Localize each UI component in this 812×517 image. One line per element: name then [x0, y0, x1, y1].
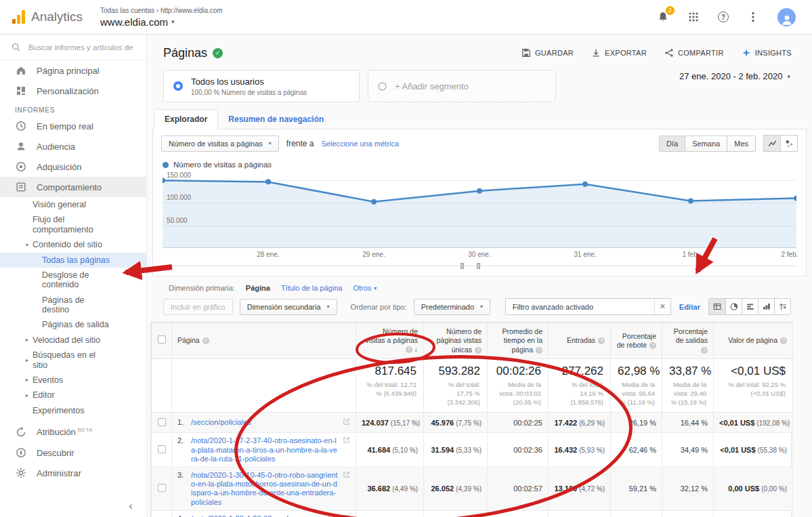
dimension-page[interactable]: Página	[246, 284, 270, 292]
total-unique-pageviews: 593.282	[431, 365, 480, 378]
dimension-page-title[interactable]: Título de la página	[281, 284, 343, 292]
sidebar-collapse-button[interactable]: ‹	[126, 499, 135, 513]
apps-grid-button[interactable]	[687, 11, 700, 23]
row-checkbox[interactable]	[158, 484, 166, 492]
sidebar-item-site-speed[interactable]: ▸Velocidad del sitio	[0, 333, 146, 348]
page-link[interactable]: /nota/2020-1-30-10-45-0-otro-robo-sangri…	[191, 471, 339, 507]
column-header-unique-pageviews[interactable]: Número de páginas vistas únicas?	[424, 323, 488, 359]
sidebar-item-home[interactable]: Página principal	[0, 60, 146, 81]
sidebar-item-exit-pages[interactable]: Páginas de salida	[0, 317, 146, 332]
behavior-icon	[15, 181, 27, 193]
pivot-view-icon	[778, 302, 788, 311]
sidebar-item-landing-pages[interactable]: Páginas de destino	[0, 293, 146, 318]
search-input[interactable]	[28, 43, 135, 51]
sidebar-item-realtime[interactable]: En tiempo real	[0, 116, 146, 136]
sidebar-item-content-drilldown[interactable]: Desglose de contenido	[0, 268, 146, 293]
motion-chart-toggle[interactable]	[780, 135, 798, 152]
select-metric-link[interactable]: Seleccione una métrica	[322, 140, 399, 148]
dimension-others[interactable]: Otros ▾	[353, 284, 377, 292]
scrubber-handle[interactable]	[461, 263, 464, 269]
comparison-view-icon	[762, 302, 771, 311]
tab-resumen-navegacion[interactable]: Resumen de navegación	[218, 110, 334, 129]
data-view-button[interactable]	[709, 299, 725, 314]
sort-type-button[interactable]: Predeterminado ▾	[414, 299, 490, 315]
remove-filter-icon[interactable]: ×	[654, 299, 670, 314]
notifications-button[interactable]: 2	[657, 11, 669, 23]
row-number: 3.	[177, 471, 191, 480]
column-header-page[interactable]: Página?	[172, 323, 356, 359]
sidebar-item-experiments[interactable]: Experimentos	[0, 403, 146, 418]
legend-dot-icon	[163, 162, 169, 168]
sidebar-item-audience[interactable]: Audiencia	[0, 136, 146, 157]
save-button[interactable]: GUARDAR	[521, 48, 574, 58]
pivot-view-button[interactable]	[774, 299, 790, 314]
sidebar-item-site-content[interactable]: ▾Contenido del sitio	[0, 237, 146, 252]
select-all-checkbox[interactable]	[158, 335, 166, 344]
sidebar-item-admin[interactable]: Administrar	[0, 463, 146, 483]
sidebar-item-acquisition[interactable]: Adquisición	[0, 157, 146, 177]
sidebar-item-events[interactable]: ▸Eventos	[0, 373, 146, 388]
external-link-icon[interactable]	[343, 436, 350, 444]
comparison-view-button[interactable]	[758, 299, 774, 314]
more-vert-icon	[747, 11, 759, 23]
granularity-month-button[interactable]: Mes	[727, 136, 756, 152]
table-row: 2. /nota/2020-1-27-2-37-40-otro-asesinat…	[152, 433, 793, 468]
page-link[interactable]: /seccion/policiales	[191, 418, 339, 427]
external-link-icon[interactable]	[343, 471, 350, 478]
line-chart-toggle[interactable]	[763, 135, 781, 152]
secondary-dimension-button[interactable]: Dimensión secundaria ▾	[240, 299, 337, 315]
row-checkbox[interactable]	[158, 445, 166, 453]
date-range-selector[interactable]: 27 ene. 2020 - 2 feb. 2020 ▾	[679, 71, 790, 81]
insights-button[interactable]: INSIGHTS	[742, 48, 792, 58]
total-pageviews: 817.645	[363, 365, 416, 378]
breadcrumb: Todas las cuentas › http://www.eldia.com	[100, 7, 223, 14]
tab-explorador[interactable]: Explorador	[154, 109, 218, 129]
account-switcher[interactable]: Todas las cuentas › http://www.eldia.com…	[100, 7, 223, 28]
metric-selector[interactable]: Número de visitas a páginas ▾	[161, 136, 279, 152]
sidebar-search[interactable]	[0, 35, 146, 60]
share-icon	[664, 48, 674, 58]
sidebar-item-attribution[interactable]: AtribuciónBETA	[0, 422, 146, 442]
column-header-entrances[interactable]: Entradas?	[549, 323, 611, 359]
plot-rows-button[interactable]: Incluir en gráfico	[163, 299, 233, 315]
attribution-icon	[15, 426, 27, 438]
performance-view-button[interactable]	[742, 299, 758, 314]
page-link[interactable]: /nota/2020-1-27-2-37-40-otro-asesinato-e…	[191, 436, 339, 463]
more-options-button[interactable]	[747, 11, 759, 23]
scrubber-handle[interactable]	[477, 263, 480, 269]
page-link[interactable]: /nota/2020-1-28-4-28-32-confeso-que-mato…	[191, 514, 339, 517]
sidebar-item-behavior[interactable]: Comportamiento	[0, 177, 146, 197]
segment-all-users-card[interactable]: Todos los usuarios 100,00 % Número de vi…	[163, 70, 360, 102]
sidebar-item-all-pages[interactable]: Todas las páginas	[0, 253, 146, 268]
sidebar-item-publisher[interactable]: ▸Editor	[0, 388, 146, 402]
main-content: Páginas ✓ GUARDAR EXPORTAR COMPARTIR INS…	[147, 35, 812, 517]
help-button[interactable]: ?	[718, 12, 729, 22]
y-tick: 100.000	[167, 194, 191, 203]
share-button[interactable]: COMPARTIR	[664, 48, 724, 58]
sidebar-item-overview[interactable]: Visión general	[0, 197, 146, 212]
sidebar-item-customization[interactable]: Personalización	[0, 81, 146, 101]
granularity-week-button[interactable]: Semana	[685, 136, 727, 152]
column-header-pageviews[interactable]: Número de visitas a páginas?↓	[356, 323, 424, 359]
advanced-filter-chip[interactable]: Filtro avanzado activado ×	[505, 298, 671, 315]
avatar[interactable]	[777, 8, 796, 26]
column-header-avg-time[interactable]: Promedio de tiempo en la página?	[488, 323, 549, 359]
column-header-exit-rate[interactable]: Porcentaje de salidas?	[662, 323, 714, 359]
percentage-view-button[interactable]	[725, 299, 742, 314]
sidebar-item-behavior-flow[interactable]: Flujo del comportamiento	[0, 212, 146, 237]
row-checkbox[interactable]	[158, 418, 166, 426]
analytics-logo[interactable]: Analytics	[0, 10, 83, 24]
column-header-bounce-rate[interactable]: Porcentaje de rebote?	[611, 323, 662, 359]
timeline-scrubber[interactable]	[163, 266, 796, 272]
add-segment-button[interactable]: + Añadir segmento	[368, 70, 556, 102]
edit-filter-link[interactable]: Editar	[679, 303, 700, 311]
column-header-page-value[interactable]: Valor de página?	[714, 323, 793, 359]
sidebar-item-site-search[interactable]: ▸Búsquedas en el sitio	[0, 348, 146, 373]
sidebar-item-discover[interactable]: Descubrir	[0, 442, 146, 463]
external-link-icon[interactable]	[343, 514, 350, 517]
external-link-icon[interactable]	[343, 418, 350, 426]
granularity-day-button[interactable]: Día	[659, 136, 685, 152]
export-button[interactable]: EXPORTAR	[591, 48, 647, 58]
help-icon: ?	[701, 347, 708, 354]
table-view-icon	[712, 302, 722, 311]
